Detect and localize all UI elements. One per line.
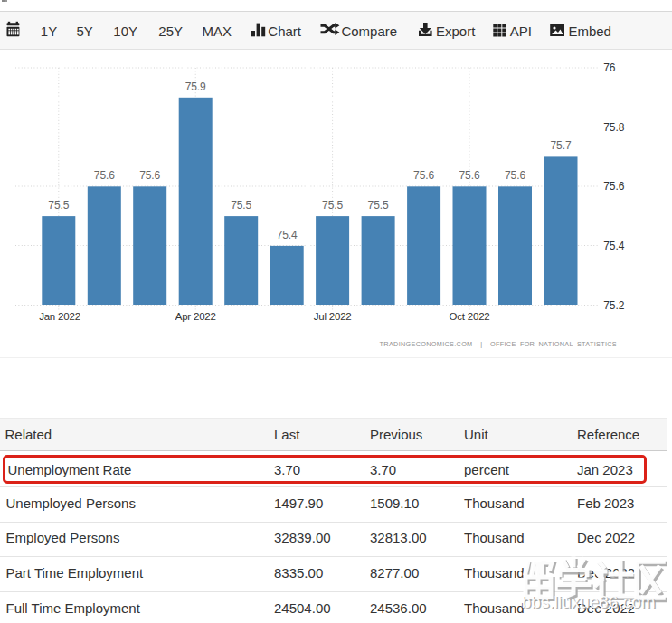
svg-text:75.2: 75.2 [603,299,624,312]
svg-text:75.7: 75.7 [551,139,572,152]
svg-text:75.6: 75.6 [505,169,525,182]
svg-text:75.6: 75.6 [603,180,624,193]
svg-text:Jul 2022: Jul 2022 [314,311,352,322]
svg-text:76: 76 [603,61,616,74]
svg-text:75.5: 75.5 [48,199,69,212]
svg-text:75.6: 75.6 [413,169,434,182]
svg-text:bbs.liuxue86.com: bbs.liuxue86.com [522,592,656,611]
svg-text:Jan 2022: Jan 2022 [39,311,80,322]
svg-text:75.6: 75.6 [139,169,160,182]
svg-text:75.6: 75.6 [94,169,115,182]
svg-text:75.5: 75.5 [231,199,251,212]
svg-text:75.5: 75.5 [368,199,389,212]
svg-text:75.4: 75.4 [277,229,298,241]
svg-text:75.6: 75.6 [459,169,480,182]
svg-text:75.8: 75.8 [603,121,624,134]
svg-text:75.9: 75.9 [185,80,206,93]
svg-text:TRADINGECONOMICS.COM | OFFIC: TRADINGECONOMICS.COM | OFFICE FOR NATION… [380,340,617,348]
svg-text:Apr 2022: Apr 2022 [175,311,216,322]
svg-text:Oct 2022: Oct 2022 [449,311,489,322]
svg-text:75.5: 75.5 [322,199,343,212]
svg-text:75.4: 75.4 [603,240,624,252]
